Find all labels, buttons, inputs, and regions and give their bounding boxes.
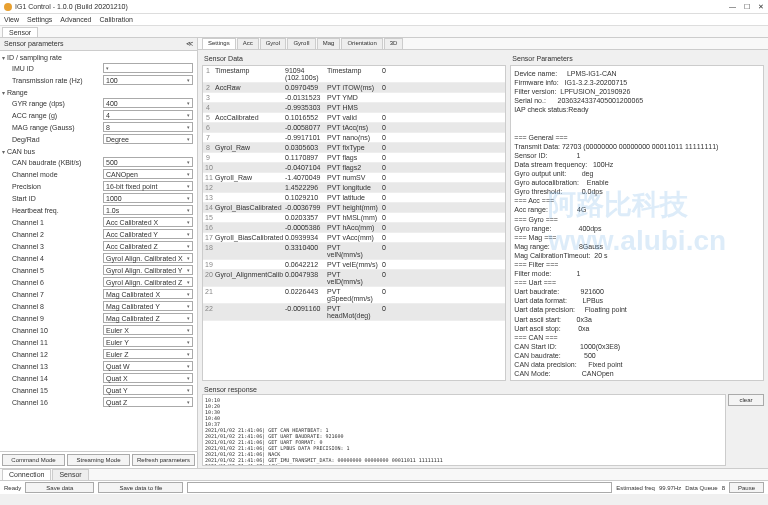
tab-settings[interactable]: Settings	[202, 38, 236, 49]
table-row: 20GyroI_AlignmentCalibra…0.0047938PVT ve…	[203, 270, 505, 287]
param-select[interactable]: Quat Z	[103, 397, 193, 407]
param-label: CAN baudrate (KBit/s)	[12, 159, 100, 166]
param-select[interactable]: Quat X	[103, 373, 193, 383]
tab-sensor[interactable]: Sensor	[2, 27, 38, 37]
param-select[interactable]: Euler Y	[103, 337, 193, 347]
menu-view[interactable]: View	[4, 16, 19, 23]
command-mode-button[interactable]: Command Mode	[2, 454, 65, 466]
param-select[interactable]: Degree	[103, 134, 193, 144]
status-ready: Ready	[4, 485, 21, 491]
save-data-button[interactable]: Save data	[25, 482, 94, 493]
data-queue-value: 8	[722, 485, 725, 491]
param-select[interactable]: Mag Calibrated Z	[103, 313, 193, 323]
param-select[interactable]: 500	[103, 157, 193, 167]
param-select[interactable]: 16-bit fixed point	[103, 181, 193, 191]
table-row: 8GyroI_Raw0.0305603PVT fixType0	[203, 143, 505, 153]
clear-button[interactable]: clear	[728, 394, 764, 406]
menu-advanced[interactable]: Advanced	[60, 16, 91, 23]
pause-button[interactable]: Pause	[729, 482, 764, 493]
tab-3d[interactable]: 3D	[384, 38, 404, 49]
param-label: IMU ID	[12, 65, 100, 72]
table-row: 5AccCalibrated0.1016552PVT valid0	[203, 113, 505, 123]
param-select[interactable]: GyroI Align. Calibrated X	[103, 253, 193, 263]
param-label: Channel 15	[12, 387, 100, 394]
menu-calibration[interactable]: Calibration	[99, 16, 132, 23]
param-label: Channel 4	[12, 255, 100, 262]
tab-gyroi[interactable]: GyroI	[260, 38, 287, 49]
sensor-parameters-box: Device name: LPMS-IG1-CAN Firmware info:…	[510, 65, 764, 381]
tab-connection[interactable]: Connection	[2, 469, 51, 480]
minimize-button[interactable]: —	[729, 3, 736, 11]
param-label: Channel 1	[12, 219, 100, 226]
tab-gyroii[interactable]: GyroII	[287, 38, 315, 49]
table-row: 6-0.0058077PVT tAcc(ns)0	[203, 123, 505, 133]
param-label: Channel 10	[12, 327, 100, 334]
param-select[interactable]: Quat W	[103, 361, 193, 371]
table-row: 190.0642212PVT velE(mm/s)0	[203, 260, 505, 270]
param-select[interactable]: 1000	[103, 193, 193, 203]
param-select[interactable]: GyroI Align. Calibrated Z	[103, 277, 193, 287]
param-select[interactable]: Acc Calibrated X	[103, 217, 193, 227]
param-label: Channel 8	[12, 303, 100, 310]
streaming-mode-button[interactable]: Streaming Mode	[67, 454, 130, 466]
save-data-file-button[interactable]: Save data to file	[98, 482, 183, 493]
table-row: 1Timestamp91094 (102.100s)Timestamp0	[203, 66, 505, 83]
sensor-response-header: Sensor response	[198, 385, 768, 394]
table-row: 17GyroII_BiasCalibrated0.0939934PVT vAcc…	[203, 233, 505, 243]
sensor-data-header: Sensor Data	[202, 54, 506, 63]
estimated-freq-value: 99.97Hz	[659, 485, 681, 491]
param-label: Channel 16	[12, 399, 100, 406]
param-label: ACC range (g)	[12, 112, 100, 119]
tab-orientation[interactable]: Orientation	[341, 38, 382, 49]
param-select[interactable]: 1.0s	[103, 205, 193, 215]
close-button[interactable]: ✕	[758, 3, 764, 11]
param-select[interactable]: Euler X	[103, 325, 193, 335]
collapse-icon[interactable]: ≪	[186, 40, 193, 48]
param-select[interactable]: Acc Calibrated Y	[103, 229, 193, 239]
param-label: Channel 12	[12, 351, 100, 358]
param-label: Start ID	[12, 195, 100, 202]
window-title: IG1 Control - 1.0.0 (Build 20201210)	[15, 3, 128, 10]
param-label: Channel 9	[12, 315, 100, 322]
menu-settings[interactable]: Settings	[27, 16, 52, 23]
param-label: Channel 6	[12, 279, 100, 286]
param-label: Transmission rate (Hz)	[12, 77, 100, 84]
data-queue-label: Data Queue	[685, 485, 717, 491]
tab-sensor-bottom[interactable]: Sensor	[52, 469, 88, 480]
param-select[interactable]: 8	[103, 122, 193, 132]
table-row: 3-0.0131523PVT YMD	[203, 93, 505, 103]
param-label: Precision	[12, 183, 100, 190]
param-select[interactable]: Acc Calibrated Z	[103, 241, 193, 251]
table-row: 4-0.9935303PVT HMS	[203, 103, 505, 113]
tab-mag[interactable]: Mag	[317, 38, 341, 49]
refresh-parameters-button[interactable]: Refresh parameters	[132, 454, 195, 466]
param-select[interactable]: 400	[103, 98, 193, 108]
param-select[interactable]: CANOpen	[103, 169, 193, 179]
tab-acc[interactable]: Acc	[237, 38, 259, 49]
maximize-button[interactable]: ☐	[744, 3, 750, 11]
table-row: 90.1170897PVT flags0	[203, 153, 505, 163]
group-can[interactable]: CAN bus	[2, 147, 195, 156]
param-label: Channel 14	[12, 375, 100, 382]
param-label: Channel 5	[12, 267, 100, 274]
param-label: Heartbeat freq.	[12, 207, 100, 214]
param-select[interactable]: Mag Calibrated Y	[103, 301, 193, 311]
table-row: 11GyroII_Raw-1.4070049PVT numSV0	[203, 173, 505, 183]
param-select[interactable]: 4	[103, 110, 193, 120]
param-select[interactable]: Euler Z	[103, 349, 193, 359]
param-select[interactable]	[103, 63, 193, 73]
group-id[interactable]: ID / sampling rate	[2, 53, 195, 62]
table-row: 130.1029210PVT latitude0	[203, 193, 505, 203]
table-row: 180.3310400PVT velN(mm/s)0	[203, 243, 505, 260]
group-range[interactable]: Range	[2, 88, 195, 97]
param-select[interactable]: 100	[103, 75, 193, 85]
app-icon	[4, 3, 12, 11]
param-select[interactable]: Mag Calibrated X	[103, 289, 193, 299]
table-row: 10-0.0407104PVT flags20	[203, 163, 505, 173]
table-row: 150.0203357PVT hMSL(mm)0	[203, 213, 505, 223]
menubar: View Settings Advanced Calibration	[0, 14, 768, 26]
sensor-parameters-header: Sensor Parameters	[510, 54, 764, 63]
log-line-input[interactable]	[187, 482, 612, 493]
param-select[interactable]: Quat Y	[103, 385, 193, 395]
param-select[interactable]: GyroI Align. Calibrated Y	[103, 265, 193, 275]
